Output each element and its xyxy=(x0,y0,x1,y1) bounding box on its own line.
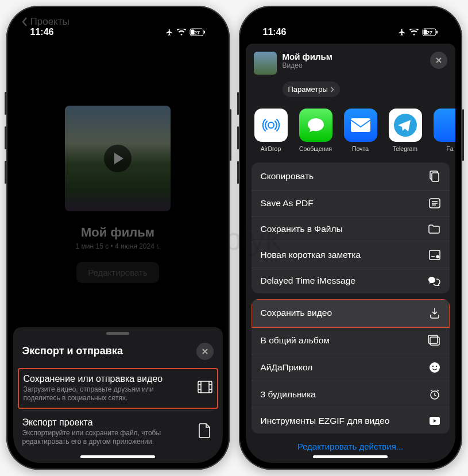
sheet-title: Экспорт и отправка xyxy=(22,345,123,357)
folder-icon xyxy=(428,224,440,234)
edit-button[interactable]: Редактировать xyxy=(76,262,159,283)
film-icon xyxy=(198,381,212,396)
svg-rect-23 xyxy=(430,250,440,260)
phone-right: 11:46 27 Мой фильм Видео xyxy=(239,6,462,470)
svg-point-30 xyxy=(435,366,436,367)
action-label: Сохранить видео xyxy=(261,308,332,318)
app-mail[interactable]: Почта xyxy=(343,109,378,152)
back-label: Проекты xyxy=(30,16,69,28)
video-thumbnail[interactable] xyxy=(65,106,171,211)
action-new-note[interactable]: Новая короткая заметка xyxy=(252,242,450,268)
action-label: 3 будильника xyxy=(261,389,316,400)
svg-rect-18 xyxy=(432,173,439,181)
action-save-pdf[interactable]: Save As PDF xyxy=(252,191,450,216)
option-desc: Экспортируйте или сохраните файл, чтобы … xyxy=(22,429,192,447)
dynamic-island xyxy=(319,21,382,39)
action-label: Сохранить в Файлы xyxy=(261,224,343,234)
mail-icon xyxy=(344,109,377,142)
action-save-video[interactable]: Сохранить видео xyxy=(252,299,450,327)
app-label: Fa xyxy=(446,145,453,152)
save-send-video-option[interactable]: Сохранение или отправка видео Загрузите … xyxy=(18,368,218,409)
sheet-grabber[interactable] xyxy=(106,332,129,335)
close-icon xyxy=(435,57,442,64)
action-alarms[interactable]: 3 будильника xyxy=(252,381,450,408)
svg-point-15 xyxy=(268,122,274,128)
album-icon xyxy=(428,335,440,346)
action-label: Save As PDF xyxy=(261,198,314,208)
action-label: Скопировать xyxy=(261,171,314,181)
share-thumbnail xyxy=(254,52,277,75)
option-desc: Загрузите видео, отправьте друзьям или п… xyxy=(24,385,191,403)
app-icon-partial xyxy=(434,109,455,142)
svg-rect-4 xyxy=(198,381,212,393)
action-save-files[interactable]: Сохранить в Файлы xyxy=(252,216,450,242)
svg-rect-16 xyxy=(351,118,370,132)
wifi-icon xyxy=(409,29,419,36)
app-telegram[interactable]: Telegram xyxy=(388,109,423,152)
share-sheet: Мой фильм Видео Параметры xyxy=(246,44,455,463)
chat-icon xyxy=(428,276,440,286)
action-shared-album[interactable]: В общий альбом xyxy=(252,327,450,354)
action-label: АйДаПрикол xyxy=(261,362,313,373)
svg-text:27: 27 xyxy=(426,30,432,36)
svg-point-29 xyxy=(432,366,433,367)
action-label: Delayed Time iMessage xyxy=(261,276,355,286)
share-apps-row: AirDrop Сообщения Почта xyxy=(246,105,455,160)
movie-metadata: 1 мин 15 с • 4 июня 2024 г. xyxy=(76,242,160,250)
action-label: В общий альбом xyxy=(261,335,330,346)
close-icon xyxy=(202,348,208,355)
status-time: 11:46 xyxy=(263,27,287,37)
export-sheet: Экспорт и отправка Сохранение или отправ… xyxy=(13,327,223,463)
video-icon xyxy=(429,416,440,425)
share-item-name: Мой фильм xyxy=(283,52,424,61)
copy-icon xyxy=(429,170,440,183)
action-delayed-imessage[interactable]: Delayed Time iMessage xyxy=(252,268,450,293)
export-project-option[interactable]: Экспорт проекта Экспортируйте или сохран… xyxy=(13,412,223,452)
parameters-label: Параметры xyxy=(288,85,328,94)
dynamic-island xyxy=(86,21,149,39)
app-facetime[interactable]: Fa xyxy=(433,109,455,152)
actions-group-2: Сохранить видео В общий альбом АйДаПрико… xyxy=(252,299,450,434)
play-icon xyxy=(104,145,131,172)
document-icon xyxy=(199,423,214,440)
action-label: Инструменты EZGIF для видео xyxy=(261,416,390,426)
chevron-right-icon xyxy=(330,87,334,92)
messages-icon xyxy=(299,109,332,142)
app-messages[interactable]: Сообщения xyxy=(299,109,333,152)
svg-rect-13 xyxy=(436,31,438,34)
app-label: Почта xyxy=(352,145,369,152)
home-indicator[interactable] xyxy=(80,455,155,458)
app-label: Сообщения xyxy=(299,145,332,152)
battery-icon: 27 xyxy=(422,28,438,36)
phone-left: 11:46 27 Проекты Мой фильм 1 мин xyxy=(6,6,230,470)
movie-title: Мой фильм xyxy=(81,225,154,240)
close-button[interactable] xyxy=(196,343,214,360)
download-icon xyxy=(429,307,440,319)
parameters-button[interactable]: Параметры xyxy=(283,82,340,97)
app-airdrop[interactable]: AirDrop xyxy=(254,109,288,152)
note-icon xyxy=(429,250,440,260)
pdf-icon xyxy=(429,198,440,208)
app-label: Telegram xyxy=(393,145,417,152)
action-copy[interactable]: Скопировать xyxy=(252,162,450,191)
option-title: Экспорт проекта xyxy=(22,417,192,428)
option-title: Сохранение или отправка видео xyxy=(24,374,191,384)
airplane-icon xyxy=(398,28,406,36)
actions-group-1: Скопировать Save As PDF Сохранить в Файл… xyxy=(252,162,450,293)
action-aida[interactable]: АйДаПрикол xyxy=(252,354,450,381)
chevron-left-icon xyxy=(21,17,28,27)
separator xyxy=(22,410,214,411)
alarm-icon xyxy=(429,389,440,400)
action-ezgif[interactable]: Инструменты EZGIF для видео xyxy=(252,408,450,434)
app-label: AirDrop xyxy=(261,145,281,152)
share-item-type: Видео xyxy=(283,61,424,69)
telegram-icon xyxy=(389,109,422,142)
close-button[interactable] xyxy=(430,52,447,69)
smile-icon xyxy=(429,362,440,373)
airdrop-icon xyxy=(254,109,288,142)
action-label: Новая короткая заметка xyxy=(261,250,361,260)
svg-point-25 xyxy=(436,256,439,258)
svg-point-28 xyxy=(430,362,440,373)
home-indicator[interactable] xyxy=(313,455,388,458)
